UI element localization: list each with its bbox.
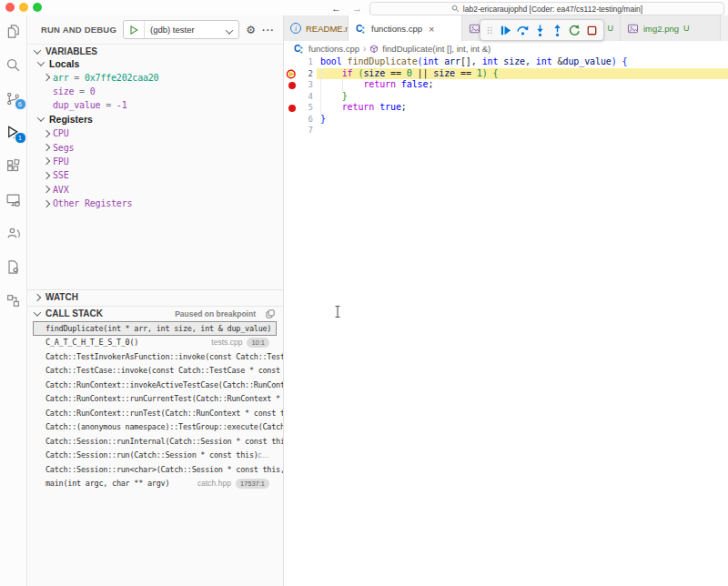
tab-img2-png[interactable]: img2.pngU (621, 15, 721, 41)
tab-functions-cpp[interactable]: C++functions.cpp× (349, 15, 462, 42)
tab-readme-md[interactable]: iREADME.mdM (284, 15, 349, 41)
variable-text: AVX (53, 185, 68, 195)
close-window-button[interactable] (5, 3, 15, 12)
group-label: Registers (49, 114, 93, 125)
variable-row[interactable]: arr = 0x7ffe202caa20 (27, 70, 283, 84)
frame-label: Catch::RunContext::invokeActiveTestCase(… (46, 380, 283, 389)
tab-label: img2.png (643, 24, 679, 34)
continue-button[interactable] (497, 22, 513, 38)
start-debug-icon[interactable] (124, 21, 145, 38)
nav-forward-icon[interactable]: → (352, 3, 362, 14)
copy-call-stack-icon[interactable] (265, 308, 276, 319)
frame-label: Catch::RunContext::runTest(Catch::RunCon… (46, 409, 283, 418)
code-line-7[interactable]: 7 (284, 125, 728, 136)
stack-frame[interactable]: Catch::TestInvokerAsFunction::invoke(con… (27, 349, 283, 364)
search-icon (5, 57, 21, 73)
variable-row[interactable]: FPU (27, 155, 283, 168)
activity-item-run-and-debug[interactable]: 1 (5, 124, 23, 140)
variable-row[interactable]: size = 0 (27, 85, 283, 98)
chevron-right-icon (44, 158, 53, 164)
variable-row[interactable]: AVX (27, 183, 283, 197)
activity-item-live-share[interactable] (5, 225, 23, 241)
variable-row[interactable]: dup_value = -1 (27, 98, 283, 112)
code-line-5[interactable]: 5 return true; (284, 102, 728, 114)
stop-button[interactable] (583, 22, 600, 38)
nav-back-icon[interactable]: ← (331, 3, 341, 14)
tab-label: functions.cpp (371, 24, 422, 34)
variable-text: Segs (53, 143, 74, 153)
activity-item-remote-explorer[interactable] (5, 191, 23, 207)
stack-frame[interactable]: Catch::Session::run<char>(Catch::Session… (27, 462, 283, 477)
debug-toolbar (480, 19, 604, 41)
variables-group-locals[interactable]: Locals (27, 56, 283, 70)
activity-item-extensions[interactable] (5, 157, 23, 174)
code-line-6[interactable]: 6} (284, 114, 728, 126)
step-into-button[interactable] (531, 22, 548, 38)
breakpoint-icon[interactable] (288, 105, 296, 112)
launch-config-value: (gdb) tester (145, 25, 227, 35)
line-text: return true; (320, 102, 407, 114)
live-share-icon (5, 226, 21, 241)
code-line-2[interactable]: 2 if (size == 0 || size == 1) { (284, 68, 728, 80)
frame-label: C_A_T_C_H_T_E_S_T_0() (46, 338, 138, 347)
close-icon[interactable]: × (429, 24, 434, 35)
step-out-button[interactable] (549, 22, 565, 38)
breadcrumb-symbol[interactable]: findDuplicate(int [], int, int &) (382, 44, 490, 54)
code-line-4[interactable]: 4 } (284, 91, 728, 103)
variable-row[interactable]: Other Registers (27, 197, 283, 210)
stack-frame[interactable]: Catch::RunContext::invokeActiveTestCase(… (27, 378, 283, 392)
minimize-window-button[interactable] (19, 3, 28, 12)
stack-frame[interactable]: Catch::RunContext::runTest(Catch::RunCon… (27, 406, 283, 420)
chevron-down-icon (227, 22, 238, 38)
method-symbol-icon (369, 45, 379, 54)
line-number: 2 (297, 68, 313, 80)
stack-frame[interactable]: C_A_T_C_H_T_E_S_T_0()tests.cpp10:1 (27, 336, 283, 350)
activity-item-search[interactable] (5, 56, 23, 73)
watch-title: WATCH (46, 292, 78, 302)
chevron-down-icon (37, 115, 45, 122)
activity-item-explorer[interactable] (5, 23, 23, 39)
stack-frame[interactable]: Catch::TestCase::invoke(const Catch::Tes… (27, 364, 283, 379)
frame-label: findDuplicate(int * arr, int size, int &… (46, 324, 271, 333)
watch-section-header[interactable]: WATCH (27, 289, 283, 304)
breakpoint-icon[interactable] (288, 82, 296, 89)
code-line-3[interactable]: 3 return false; (284, 79, 728, 91)
variables-group-registers[interactable]: Registers (27, 113, 283, 126)
line-text: } (320, 91, 348, 103)
workspace-title-bar[interactable]: lab2-ericaraujophd [Coder: ea47/cs112-te… (369, 2, 724, 15)
chevron-right-icon (44, 187, 53, 192)
chevron-down-icon (37, 58, 45, 66)
stack-frame[interactable]: main(int argc, char ** argv)catch.hpp175… (27, 477, 283, 491)
variable-row[interactable]: Segs (27, 140, 283, 154)
restart-button[interactable] (566, 22, 582, 38)
maximize-window-button[interactable] (33, 3, 42, 12)
breadcrumb-file[interactable]: functions.cpp (308, 44, 359, 54)
line-number: 3 (297, 79, 313, 91)
chevron-right-icon (44, 75, 53, 80)
variable-text: SSE (53, 170, 68, 180)
vscode-window: ← → lab2-ericaraujophd [Coder: ea47/cs11… (0, 0, 728, 586)
breadcrumb[interactable]: C++ functions.cpp › findDuplicate(int []… (284, 41, 728, 56)
code-area[interactable]: 1bool findDuplicate(int arr[], int size,… (284, 56, 728, 136)
frame-label: Catch::Session::runInternal(Catch::Sessi… (46, 437, 283, 446)
frame-label: Catch::TestCase::invoke(const Catch::Tes… (46, 366, 283, 375)
step-over-button[interactable] (514, 22, 531, 38)
run-debug-header: RUN AND DEBUG (gdb) tester ⚙ ··· (27, 15, 283, 44)
stack-frame[interactable]: Catch::(anonymous namespace)::TestGroup:… (27, 420, 283, 435)
editor-group: iREADME.mdMC++functions.cpp×ngUimg2.pngU… (284, 15, 728, 586)
gear-icon[interactable]: ⚙ (246, 24, 256, 36)
stack-frame[interactable]: Catch::Session::run(Catch::Session * con… (27, 449, 283, 463)
more-actions-icon[interactable]: ··· (262, 25, 275, 35)
launch-config-select[interactable]: (gdb) tester (123, 20, 239, 39)
call-stack-section-header[interactable]: CALL STACK Paused on breakpoint (27, 306, 283, 320)
variable-row[interactable]: CPU (27, 126, 283, 140)
code-line-1[interactable]: 1bool findDuplicate(int arr[], int size,… (284, 56, 728, 68)
stack-frame[interactable]: Catch::RunContext::runCurrentTest(Catch:… (27, 392, 283, 407)
activity-item-symbols[interactable] (5, 292, 23, 308)
stack-frame[interactable]: Catch::Session::runInternal(Catch::Sessi… (27, 434, 283, 449)
variable-row[interactable]: SSE (27, 168, 283, 182)
stack-frame[interactable]: findDuplicate(int * arr, int size, int &… (33, 321, 277, 336)
activity-item-source-control[interactable]: 6 (5, 90, 23, 106)
activity-item-task-file[interactable] (5, 258, 23, 275)
line-number: 7 (297, 125, 313, 136)
